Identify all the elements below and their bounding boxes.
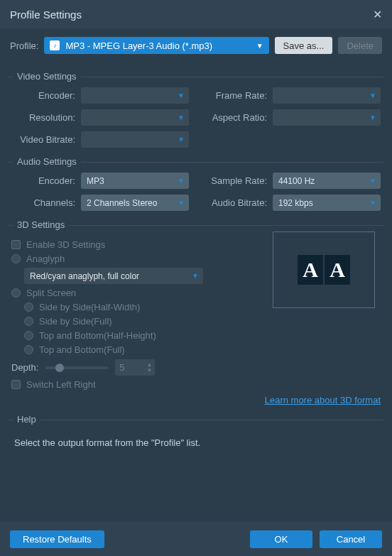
tab-half-radio[interactable] [24, 331, 33, 340]
chevron-down-icon: ▼ [369, 199, 376, 207]
samplerate-label: Sample Rate: [203, 175, 267, 186]
format-icon: ♪ [50, 40, 60, 50]
slider-thumb[interactable] [55, 364, 64, 372]
channels-combo[interactable]: 2 Channels Stereo▼ [81, 195, 189, 211]
video-legend: Video Settings [13, 71, 81, 82]
help-text: Select the output format from the "Profi… [14, 437, 378, 448]
anaglyph-label: Anaglyph [26, 254, 65, 264]
switch-lr-label: Switch Left Right [26, 379, 96, 390]
splitscreen-label: Split Screen [26, 288, 76, 298]
enable-3d-label: Enable 3D Settings [26, 239, 105, 250]
profile-row: Profile: ♪ MP3 - MPEG Layer-3 Audio (*.m… [0, 28, 392, 60]
close-icon[interactable]: ✕ [373, 8, 382, 21]
resolution-label: Resolution: [11, 112, 75, 123]
audio-encoder-value: MP3 [87, 176, 104, 186]
aspect-label: Aspect Ratio: [203, 112, 267, 123]
sbs-full-radio[interactable] [24, 317, 33, 326]
framerate-label: Frame Rate: [203, 90, 267, 101]
profile-combo[interactable]: ♪ MP3 - MPEG Layer-3 Audio (*.mp3) ▼ [44, 37, 268, 54]
chevron-down-icon: ▼ [369, 114, 376, 121]
chevron-down-icon: ▼ [178, 177, 185, 185]
channels-value: 2 Channels Stereo [87, 198, 157, 208]
tab-full-label: Top and Bottom(Full) [39, 344, 125, 355]
preview-left: A [298, 255, 323, 285]
anaglyph-radio[interactable] [11, 254, 21, 263]
tab-half-label: Top and Bottom(Half-Height) [39, 330, 156, 341]
depth-label: Depth: [11, 362, 38, 373]
audio-bitrate-label: Audio Bitrate: [203, 197, 267, 208]
switch-lr-checkbox[interactable] [11, 380, 21, 389]
video-settings-group: Video Settings Encoder: ▼ Frame Rate: ▼ … [9, 77, 383, 151]
chevron-down-icon: ▼ [192, 272, 199, 280]
chevron-down-icon: ▼ [256, 42, 263, 50]
aspect-combo[interactable]: ▼ [273, 109, 381, 126]
3d-preview: AA [273, 231, 375, 308]
video-encoder-combo[interactable]: ▼ [81, 87, 189, 104]
video-encoder-label: Encoder: [11, 90, 75, 101]
chevron-down-icon: ▼ [178, 136, 185, 143]
sbs-half-label: Side by Side(Half-Width) [39, 302, 140, 312]
depth-slider[interactable] [45, 366, 108, 369]
save-as-button[interactable]: Save as... [275, 37, 333, 54]
3d-legend: 3D Settings [13, 219, 69, 230]
channels-label: Channels: [11, 197, 75, 208]
chevron-down-icon: ▼ [178, 92, 185, 99]
titlebar: Profile Settings ✕ [0, 0, 392, 28]
sbs-full-label: Side by Side(Full) [39, 316, 112, 327]
learn-more-link[interactable]: Learn more about 3D format [265, 395, 381, 405]
audio-bitrate-value: 192 kbps [278, 198, 313, 208]
profile-value: MP3 - MPEG Layer-3 Audio (*.mp3) [65, 40, 212, 51]
enable-3d-checkbox[interactable] [11, 240, 21, 249]
footer: Restore Defaults OK Cancel [0, 522, 392, 556]
window-title: Profile Settings [10, 9, 82, 21]
help-legend: Help [13, 414, 40, 425]
video-bitrate-combo[interactable]: ▼ [81, 131, 189, 148]
sbs-half-radio[interactable] [24, 302, 33, 312]
ok-button[interactable]: OK [250, 530, 312, 548]
chevron-down-icon: ▼ [369, 177, 376, 185]
audio-encoder-combo[interactable]: MP3▼ [81, 173, 189, 189]
framerate-combo[interactable]: ▼ [273, 87, 381, 104]
depth-value: 5 [119, 362, 124, 373]
audio-settings-group: Audio Settings Encoder: MP3▼ Sample Rate… [9, 162, 383, 214]
depth-spinner[interactable]: 5▲▼ [115, 359, 155, 376]
anaglyph-type-value: Red/cyan anaglyph, full color [30, 271, 139, 281]
audio-legend: Audio Settings [13, 156, 81, 167]
splitscreen-radio[interactable] [11, 288, 21, 298]
spinner-arrows-icon[interactable]: ▲▼ [146, 362, 152, 374]
samplerate-combo[interactable]: 44100 Hz▼ [273, 173, 381, 189]
restore-defaults-button[interactable]: Restore Defaults [10, 530, 104, 548]
chevron-down-icon: ▼ [178, 199, 185, 207]
audio-encoder-label: Encoder: [11, 175, 75, 186]
chevron-down-icon: ▼ [369, 92, 376, 99]
video-bitrate-label: Video Bitrate: [11, 134, 75, 145]
anaglyph-type-combo[interactable]: Red/cyan anaglyph, full color▼ [24, 268, 203, 284]
resolution-combo[interactable]: ▼ [81, 109, 189, 126]
chevron-down-icon: ▼ [178, 114, 185, 121]
preview-right: A [325, 255, 350, 285]
tab-full-radio[interactable] [24, 345, 33, 354]
delete-button: Delete [338, 37, 382, 54]
audio-bitrate-combo[interactable]: 192 kbps▼ [273, 195, 381, 211]
samplerate-value: 44100 Hz [278, 176, 315, 186]
help-group: Help Select the output format from the "… [9, 420, 383, 476]
profile-label: Profile: [10, 40, 38, 51]
3d-settings-group: 3D Settings AA Enable 3D Settings Anagly… [9, 225, 383, 408]
cancel-button[interactable]: Cancel [320, 530, 382, 548]
